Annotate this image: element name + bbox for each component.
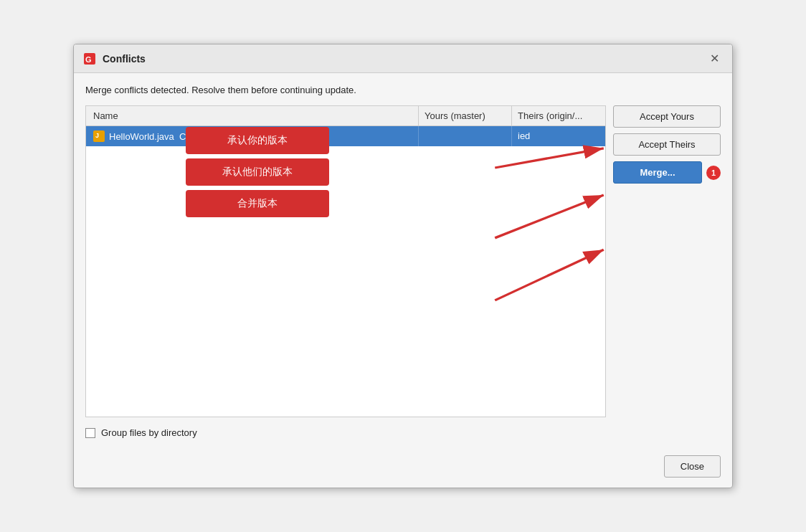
svg-text:G: G [85, 55, 92, 64]
group-files-checkbox[interactable] [85, 428, 95, 438]
close-button[interactable]: Close [664, 455, 721, 478]
accept-yours-button[interactable]: Accept Yours [613, 105, 721, 128]
subtitle-text: Merge conflicts detected. Resolve them b… [85, 85, 721, 95]
col-header-theirs: Theirs (origin/... [512, 106, 605, 125]
title-bar: G Conflicts ✕ [74, 44, 732, 73]
file-table: Name Yours (master) Theirs (origin/... H… [85, 105, 606, 417]
accept-theirs-button[interactable]: Accept Theirs [613, 133, 721, 156]
tooltip-container: 承认你的版本 承认他们的版本 合并版本 [186, 127, 329, 217]
java-file-icon [93, 130, 105, 142]
content-area: Name Yours (master) Theirs (origin/... H… [85, 105, 721, 417]
tooltip-accept-yours: 承认你的版本 [186, 127, 329, 154]
footer: Close [74, 448, 732, 488]
conflicts-dialog: G Conflicts ✕ Merge conflicts detected. … [73, 44, 733, 488]
col-header-yours: Yours (master) [419, 106, 512, 125]
tooltip-merge: 合并版本 [186, 190, 329, 217]
dialog-body: Merge conflicts detected. Resolve them b… [74, 73, 732, 417]
merge-badge: 1 [706, 166, 721, 180]
theirs-cell: ied [512, 126, 605, 146]
merge-button-container: Merge... 1 [613, 161, 721, 184]
group-files-label: Group files by directory [101, 427, 197, 438]
tooltip-accept-theirs: 承认他们的版本 [186, 158, 329, 186]
title-bar-left: G Conflicts [82, 52, 146, 66]
col-header-name: Name [86, 106, 419, 125]
action-buttons: Accept Yours Accept Theirs Merge... 1 [613, 105, 721, 417]
app-icon: G [82, 52, 97, 66]
dialog-title: Conflicts [103, 53, 146, 65]
table-row[interactable]: HelloWorld.java C:\Users\wangc\IdeaProje… [86, 126, 605, 146]
merge-button[interactable]: Merge... [613, 161, 702, 184]
window-close-button[interactable]: ✕ [706, 50, 724, 67]
bottom-bar: Group files by directory [74, 417, 732, 448]
table-header: Name Yours (master) Theirs (origin/... [86, 106, 605, 126]
yours-cell [419, 126, 512, 146]
